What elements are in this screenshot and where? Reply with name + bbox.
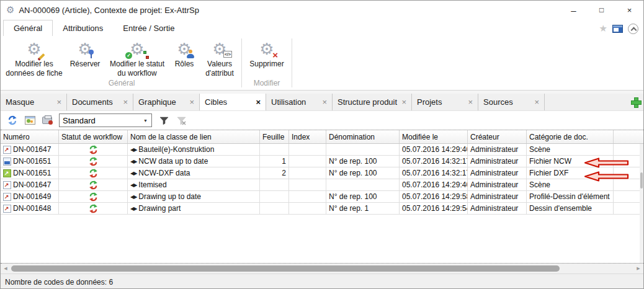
filter-icon[interactable]	[158, 115, 169, 126]
table-row[interactable]: DN-001651 ◀▶NCW-DXF data 2 N° de rep. 10…	[1, 167, 643, 179]
tab-graphique[interactable]: Graphique×	[133, 94, 200, 110]
horizontal-scrollbar[interactable]: ◀ ▶	[1, 264, 643, 273]
column-header-categorie[interactable]: Catégorie de doc.	[527, 130, 614, 143]
workflow-status-icon	[89, 204, 98, 213]
annotation-arrow-fichier-ncw	[584, 158, 630, 168]
window-controls: – □ ×	[560, 1, 643, 19]
reserve-button[interactable]: ⚙ Réserver	[65, 36, 105, 69]
cell-feuille: 1	[260, 156, 289, 167]
table-row[interactable]: DN-001651 ◀▶NCW data up to date 1 N° de …	[1, 156, 643, 167]
minimize-button[interactable]: –	[560, 1, 588, 19]
tab-sources[interactable]: Sources×	[478, 94, 545, 110]
table-row[interactable]: DN-001649 ◀▶Drawing up to date N° de rep…	[1, 191, 643, 203]
column-header-createur[interactable]: Créateur	[468, 130, 527, 143]
print-report-icon[interactable]	[42, 115, 53, 126]
add-tab-icon[interactable]	[630, 97, 641, 107]
cell-feuille	[260, 144, 289, 155]
close-tab-icon[interactable]: ×	[401, 97, 406, 107]
close-tab-icon[interactable]: ×	[189, 97, 194, 107]
column-header-feuille[interactable]: Feuille	[260, 130, 289, 143]
table-row[interactable]: DN-001647 ◀▶Itemised 05.07.2016 14:29:40…	[1, 179, 643, 191]
close-tab-icon[interactable]: ×	[468, 97, 473, 107]
workflow-status-icon	[89, 180, 98, 190]
ribbon-group-label-modifier: Modifier	[243, 79, 290, 90]
close-tab-icon[interactable]: ×	[256, 97, 261, 107]
delete-button[interactable]: ⚙× Supprimer	[243, 36, 290, 69]
column-header-statut[interactable]: Statut de workflow	[59, 130, 128, 143]
ribbon-tab-attributions[interactable]: Attributions	[53, 20, 113, 36]
ribbon-tab-entree-sortie[interactable]: Entrée / Sortie	[113, 20, 184, 36]
tab-documents[interactable]: Documents×	[67, 94, 133, 110]
collapse-ribbon-icon[interactable]	[628, 24, 638, 34]
gear-delete-icon: ⚙×	[256, 38, 277, 60]
scroll-left-icon[interactable]: ◀	[1, 264, 11, 273]
cell-numero: DN-001651	[13, 157, 51, 166]
annotation-arrow-fichier-dxf	[584, 171, 630, 182]
record-count-text: Nombre de codes de données: 6	[5, 278, 113, 287]
link-class-icon: ◀▶	[130, 147, 136, 153]
table-row[interactable]: DN-001647 ◀▶Bauteil(e)-Konstruktion 05.0…	[1, 144, 643, 156]
tab-masque[interactable]: Masque×	[1, 94, 67, 110]
cell-nom: Itemised	[138, 180, 166, 189]
cell-index	[289, 179, 326, 190]
close-tab-icon[interactable]: ×	[322, 97, 327, 107]
preview-window-icon[interactable]	[24, 115, 35, 126]
ribbon-tab-general[interactable]: Général	[3, 20, 53, 36]
close-tab-icon[interactable]: ×	[56, 97, 61, 107]
close-tab-icon[interactable]: ×	[534, 97, 539, 107]
workflow-status-icon	[89, 192, 98, 202]
favorite-star-icon[interactable]: ★	[599, 23, 607, 34]
link-class-icon: ◀▶	[130, 194, 136, 200]
column-header-index[interactable]: Index	[289, 130, 326, 143]
workflow-status-icon	[89, 157, 98, 166]
refresh-icon[interactable]	[7, 115, 18, 126]
cell-createur: Administrateur	[468, 203, 527, 214]
tab-cibles[interactable]: Cibles×	[200, 94, 266, 110]
cell-createur: Administrateur	[468, 167, 527, 179]
cell-index	[289, 167, 326, 179]
gear-person-icon: ⚙	[174, 38, 195, 60]
cell-createur: Administrateur	[468, 179, 527, 190]
scroll-right-icon[interactable]: ▶	[633, 264, 643, 273]
column-header-nom-classe[interactable]: Nom de la classe de lien	[128, 130, 260, 143]
link-class-icon: ◀▶	[130, 159, 136, 164]
cell-categorie: Profilé-Dessin d'élément	[527, 191, 614, 202]
table-header-row: Numéro Statut de workflow Nom de la clas…	[1, 130, 643, 144]
ribbon-group-general: ⚙ Modifier les données de fiche ⚙ Réserv…	[3, 36, 240, 90]
column-header-denomination[interactable]: Dénomination	[326, 130, 400, 143]
cell-feuille	[260, 179, 289, 190]
table-row[interactable]: DN-001648 ◀▶Drawing part N° de rep. 1 05…	[1, 203, 643, 215]
attribute-values-button[interactable]: ⚙</> Valeurs d'attribut	[199, 36, 240, 78]
cell-denomination: N° de rep. 100	[326, 167, 400, 179]
modify-workflow-status-button[interactable]: ⚙✓ Modifier le statut du workflow	[105, 36, 169, 78]
close-tab-icon[interactable]: ×	[123, 97, 128, 107]
column-header-numero[interactable]: Numéro	[1, 130, 59, 143]
document-type-icon	[3, 193, 11, 201]
cell-modifiee: 05.07.2016 14:29:40	[400, 144, 468, 155]
cell-denomination	[326, 144, 400, 155]
clear-filter-icon[interactable]	[176, 115, 187, 126]
view-select[interactable]: Standard ▼	[59, 113, 152, 127]
cell-createur: Administrateur	[468, 144, 527, 155]
link-class-icon: ◀▶	[130, 206, 136, 211]
maximize-button[interactable]: □	[588, 1, 615, 19]
gear-pin-icon: ⚙	[74, 38, 96, 60]
horizontal-scrollbar-thumb[interactable]	[11, 265, 560, 272]
tab-structure-produit[interactable]: Structure produit×	[333, 94, 412, 110]
ribbon: ⚙ Modifier les données de fiche ⚙ Réserv…	[1, 36, 643, 91]
cell-feuille	[260, 191, 289, 202]
roles-button[interactable]: ⚙ Rôles	[169, 36, 199, 69]
tab-utilisation[interactable]: Utilisation×	[266, 94, 333, 110]
document-type-icon	[3, 169, 11, 177]
vertical-scrollbar-thumb[interactable]	[640, 172, 643, 189]
close-button[interactable]: ×	[615, 1, 643, 19]
grid-toolbar: Standard ▼	[1, 111, 643, 130]
document-type-icon	[3, 205, 11, 213]
cell-modifiee: 05.07.2016 14:29:40	[400, 179, 468, 190]
ribbon-group-modifier: ⚙× Supprimer Modifier	[243, 36, 290, 90]
modify-record-data-button[interactable]: ⚙ Modifier les données de fiche	[3, 36, 65, 78]
column-header-modifiee[interactable]: Modifiée le	[400, 130, 468, 143]
layout-window-icon[interactable]	[612, 25, 623, 33]
tab-projets[interactable]: Projets×	[412, 94, 478, 110]
vertical-scrollbar[interactable]	[640, 144, 643, 263]
